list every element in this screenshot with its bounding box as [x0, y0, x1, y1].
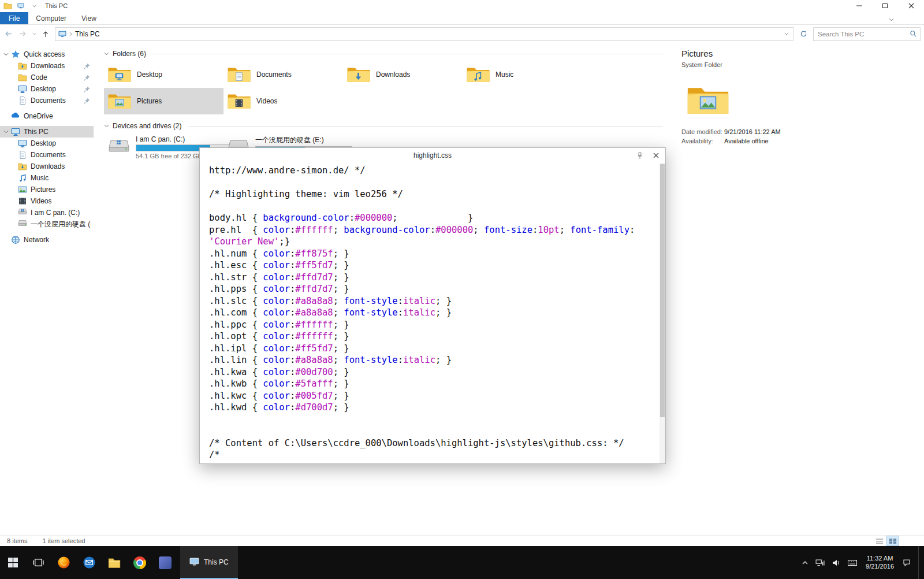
- code-line: [209, 425, 660, 437]
- code-line: .hl.kwb { color:#5fafff; }: [209, 378, 660, 390]
- volume-icon[interactable]: [832, 559, 840, 566]
- sidebar-item-onedrive[interactable]: OneDrive: [0, 110, 94, 122]
- code-line: /*: [209, 449, 660, 461]
- pin-icon: [83, 97, 91, 105]
- folders-group-header[interactable]: Folders (6): [104, 48, 663, 60]
- folder-tile-music[interactable]: Music: [463, 61, 582, 88]
- code-line: .hl.ipl { color:#ff5fd7; }: [209, 343, 660, 355]
- this-pc-icon: [58, 30, 66, 38]
- code-line: .hl.opt { color:#ffffff; }: [209, 331, 660, 343]
- folder-tile-pictures[interactable]: Pictures: [104, 88, 223, 114]
- search-box[interactable]: [813, 27, 921, 41]
- code-content: http://www.andre-simon.de/ */ /* Highlig…: [200, 163, 660, 463]
- pin-icon[interactable]: [635, 151, 644, 160]
- action-center-icon[interactable]: [903, 559, 911, 566]
- code-line: http://www.andre-simon.de/ */: [209, 165, 660, 177]
- sidebar-item-documents[interactable]: Documents: [0, 149, 94, 161]
- sidebar-item-this-pc[interactable]: This PC: [0, 126, 94, 138]
- sidebar-item-pictures[interactable]: Pictures: [0, 184, 94, 195]
- folder-tile-label: Pictures: [137, 97, 162, 105]
- ribbon-expand-icon[interactable]: [889, 18, 894, 24]
- network-icon[interactable]: [815, 559, 825, 566]
- code-line: /* Content of C:\Users\ccdre_000\Downloa…: [209, 437, 660, 450]
- forward-button[interactable]: [16, 27, 30, 40]
- sidebar-item-network[interactable]: Network: [0, 234, 94, 246]
- breadcrumb[interactable]: This PC: [75, 30, 100, 38]
- sidebar-item-downloads[interactable]: Downloads: [0, 60, 94, 72]
- tab-view[interactable]: View: [74, 12, 104, 24]
- sidebar-item-label: 一个没屁用的硬盘 (E:): [31, 220, 91, 229]
- breadcrumb-chevron-icon[interactable]: [69, 32, 72, 36]
- collapse-group-icon[interactable]: [104, 124, 109, 128]
- close-icon[interactable]: [651, 151, 661, 160]
- sidebar-item-desktop[interactable]: Desktop: [0, 83, 94, 95]
- code-line: .hl.kwc { color:#005fd7; }: [209, 390, 660, 402]
- code-scrollbar[interactable]: [660, 163, 665, 463]
- folder-tile-documents[interactable]: Documents: [223, 61, 343, 88]
- thumbnails-view-button[interactable]: [887, 536, 899, 545]
- file-explorer-button[interactable]: [102, 546, 127, 579]
- firefox-button[interactable]: [51, 546, 76, 579]
- show-desktop-button[interactable]: [918, 546, 922, 579]
- sidebar-item-label: Downloads: [31, 62, 65, 70]
- details-view-button[interactable]: [874, 536, 885, 545]
- folder-tile-downloads[interactable]: Downloads: [343, 61, 463, 88]
- details-field-date-modified: Date modified: 9/21/2016 11:22 AM: [681, 128, 912, 135]
- address-bar[interactable]: This PC: [55, 27, 793, 41]
- up-button[interactable]: [38, 27, 53, 40]
- sidebar-item-label: Documents: [31, 151, 66, 159]
- taskbar-active-task-this-pc[interactable]: This PC: [180, 546, 238, 579]
- recent-locations-dropdown-icon[interactable]: [30, 27, 38, 40]
- app-button[interactable]: [152, 546, 178, 579]
- expander-icon[interactable]: [3, 53, 11, 56]
- code-line: [209, 414, 660, 426]
- window-title: This PC: [45, 2, 68, 9]
- sidebar-item-i-am-c-pan-c[interactable]: I am C pan. (C:): [0, 207, 94, 218]
- drives-group-header[interactable]: Devices and drives (2): [104, 120, 663, 132]
- tab-computer[interactable]: Computer: [28, 12, 74, 24]
- tab-file[interactable]: File: [0, 12, 28, 24]
- start-button[interactable]: [0, 546, 25, 579]
- sidebar-item-documents[interactable]: Documents: [0, 95, 94, 106]
- touch-keyboard-icon[interactable]: [848, 560, 857, 566]
- code-window-titlebar[interactable]: highlight.css: [200, 148, 665, 163]
- folders-grid: Desktop Documents Downloads Music Pictur…: [104, 61, 663, 114]
- folder-tile-desktop[interactable]: Desktop: [104, 61, 223, 88]
- expander-icon[interactable]: [3, 130, 11, 133]
- scrollbar-thumb[interactable]: [660, 164, 665, 417]
- ribbon-tab-bar: File Computer View: [0, 12, 924, 25]
- code-line: [209, 177, 660, 189]
- hidden-icons-chevron-icon[interactable]: [802, 561, 808, 565]
- mail-button[interactable]: [76, 546, 102, 579]
- sidebar-item-label: Documents: [31, 96, 66, 105]
- folder-tile-videos[interactable]: Videos: [223, 88, 343, 114]
- address-dropdown-icon[interactable]: [784, 32, 790, 35]
- minimize-button[interactable]: [846, 0, 872, 12]
- file-explorer-icon: [108, 558, 121, 568]
- note-icon: [18, 173, 27, 183]
- back-button[interactable]: [1, 27, 16, 40]
- monitor-icon: [18, 139, 27, 148]
- sidebar-item-music[interactable]: Music: [0, 172, 94, 184]
- close-button[interactable]: [898, 0, 924, 12]
- taskbar-clock[interactable]: 11:32 AM 9/21/2016: [865, 555, 895, 570]
- sidebar-item-desktop[interactable]: Desktop: [0, 138, 94, 149]
- sidebar-item-downloads[interactable]: Downloads: [0, 161, 94, 172]
- task-view-button[interactable]: [25, 546, 51, 579]
- collapse-group-icon[interactable]: [104, 52, 109, 55]
- search-icon: [910, 30, 917, 38]
- sidebar-item-quick-access[interactable]: Quick access: [0, 49, 94, 60]
- maximize-button[interactable]: [872, 0, 898, 12]
- items-count: 8 items: [7, 537, 27, 544]
- selection-count: 1 item selected: [42, 537, 85, 544]
- sidebar-item-e[interactable]: 一个没屁用的硬盘 (E:): [0, 218, 94, 230]
- quick-access-toolbar-dropdown-icon[interactable]: [29, 1, 39, 10]
- chrome-button[interactable]: [127, 546, 152, 579]
- quick-access-toolbar-icon[interactable]: [16, 1, 25, 10]
- sidebar-item-code[interactable]: Code: [0, 72, 94, 83]
- window-controls: [846, 0, 924, 12]
- refresh-button[interactable]: [796, 27, 811, 40]
- sidebar-item-videos[interactable]: Videos: [0, 195, 94, 207]
- search-input[interactable]: [818, 31, 910, 38]
- sidebar-item-label: I am C pan. (C:): [31, 209, 80, 217]
